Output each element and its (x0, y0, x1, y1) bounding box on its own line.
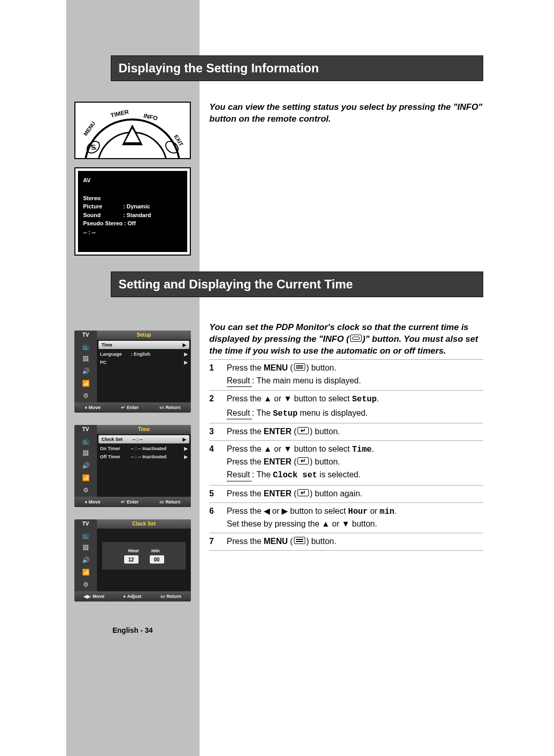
osd-row-arrow: ▶ (183, 446, 188, 451)
step-text: The (256, 409, 273, 417)
step-text: Setup (352, 395, 377, 404)
osd-row: PC▶ (97, 358, 191, 366)
step-text: ( (288, 363, 293, 372)
intro-text-2: You can set the PDP Monitor's clock so t… (209, 322, 483, 357)
osd-icon-picture: 🖼 (80, 354, 91, 363)
osd-icon-channel: 📶 (80, 379, 91, 388)
step-text: Hour (348, 507, 368, 516)
osd-row-arrow: ▶ (181, 437, 186, 442)
remote-timer-label: TIMER (110, 109, 129, 119)
step-text: Press the ◀ or ▶ button to select (227, 507, 348, 515)
clock-hour-label: Hour (128, 548, 139, 553)
info-audio: Stereo (83, 194, 182, 203)
osd-row-arrow: ▶ (183, 352, 188, 357)
remote-illustration: TIMER INFO MENU EXIT (74, 102, 191, 159)
osd-tv-label-2: TV (74, 425, 97, 434)
osd-footer-enter: ↵ Enter (121, 405, 138, 410)
clock-min-value: 00 (150, 555, 164, 564)
step-text: . (372, 444, 374, 453)
step-text: or (368, 507, 380, 515)
step-number: 6 (209, 505, 227, 530)
osd-setup-title: Setup (97, 331, 191, 340)
step-number: 5 (209, 488, 227, 499)
step-text: ENTER (264, 427, 291, 436)
osd-icon-sound: 🔊 (80, 366, 91, 376)
result-label: Result (227, 375, 252, 387)
osd-time-screenshot: TV Time 📺 🖼 🔊 📶 ⚙ Clock Set-- : --▶On Ti… (74, 425, 191, 507)
osd-icon-sound-3: 🔊 (80, 555, 91, 565)
info-sound-v: : Standard (123, 211, 151, 220)
remote-info-label: INFO (143, 112, 159, 121)
step-text: ) button. (310, 457, 340, 466)
step-text: Time (352, 445, 371, 454)
osd-row: Time▶ (98, 341, 189, 349)
osd-row-value: -- : -- (132, 437, 179, 442)
step-text: The (256, 470, 273, 479)
osd-row-value: -- : -- Inactivated (131, 446, 181, 451)
step-body: Press the MENU () button. (227, 535, 483, 547)
section-title-1: Displaying the Setting Information (111, 55, 483, 81)
result-value: The Setup menu is displayed. (256, 409, 368, 417)
osd-footer-move-3: ◀▶ Move (84, 594, 104, 599)
step-text: Press the (227, 457, 264, 466)
result-label: Result (227, 469, 252, 481)
step-text: MENU (264, 537, 288, 546)
osd-setup-screenshot: TV Setup 📺 🖼 🔊 📶 ⚙ Time▶Language: Englis… (74, 331, 191, 413)
step-text: . (377, 394, 379, 403)
step-text: ) button again. (310, 489, 362, 498)
osd-tv-label: TV (74, 331, 97, 340)
step-text: is selected. (317, 470, 360, 479)
clock-min-label: min (151, 548, 160, 553)
enter-icon (298, 489, 309, 496)
step-body: Press the ▲ or ▼ button to select Time.P… (227, 443, 483, 482)
osd-row-value: : English (131, 352, 181, 357)
steps-list: 1Press the MENU () button.Result: The ma… (209, 359, 483, 551)
step-text: menu is displayed. (298, 409, 368, 417)
osd-icon-picture-3: 🖼 (80, 543, 91, 552)
osd-row-key: Off Timer (100, 454, 129, 459)
osd-row-arrow: ▶ (183, 360, 188, 365)
menu-icon (294, 537, 305, 544)
result-value: The Clock set is selected. (256, 470, 361, 479)
osd-row: Off Timer-- : -- Inactivated▶ (97, 453, 191, 461)
osd-icon-picture-2: 🖼 (80, 449, 91, 458)
osd-icon-sound-2: 🔊 (80, 461, 91, 470)
enter-icon (298, 427, 309, 434)
step-text: Set these by pressing the ▲ or ▼ button. (227, 519, 377, 528)
osd-icon-channel-3: 📶 (80, 568, 91, 577)
step-text: ( (291, 457, 296, 466)
osd-footer-move-2: ♦ Move (85, 499, 101, 505)
osd-icon-setup: ⚙ (80, 391, 91, 400)
osd-clockset-screenshot: TV Clock Set 📺 🖼 🔊 📶 ⚙ Hour min 12 (74, 519, 191, 602)
osd-icon-setup-3: ⚙ (80, 580, 91, 589)
page-number: English - 34 (74, 626, 191, 634)
step-text: min (380, 507, 394, 516)
step-number: 7 (209, 535, 227, 547)
info-source: AV (83, 176, 182, 185)
step-number: 4 (209, 443, 227, 482)
osd-clockset-title: Clock Set (97, 519, 191, 529)
osd-row-arrow: ▶ (181, 342, 186, 347)
enter-icon (298, 457, 309, 464)
info-time: -- : -- (83, 228, 182, 237)
step-text: ENTER (264, 489, 291, 498)
step-text: Press the ▲ or ▼ button to select (227, 394, 352, 403)
osd-icon-channel-2: 📶 (80, 473, 91, 482)
info-osd-screenshot: AV Stereo Picture : Dynamic Sound : Stan… (74, 167, 191, 256)
clock-hour-value: 12 (124, 555, 138, 564)
intro-text-1: You can view the setting status you sele… (209, 102, 483, 125)
osd-row-key: Clock Set (102, 437, 130, 442)
step-row: 2Press the ▲ or ▼ button to select Setup… (209, 391, 483, 423)
osd-row-key: PC (100, 360, 129, 365)
info-picture-v: : Dynamic (123, 202, 150, 211)
step-number: 2 (209, 393, 227, 419)
step-row: 4Press the ▲ or ▼ button to select Time.… (209, 441, 483, 486)
step-text: ) button. (306, 537, 337, 546)
info-pseudo: Pseudo Stereo : Off (83, 219, 182, 228)
section-title-1-text: Displaying the Setting Information (118, 61, 319, 75)
osd-row-arrow: ▶ (183, 454, 188, 459)
step-text: Press the (227, 537, 264, 546)
step-row: 5Press the ENTER () button again. (209, 486, 483, 503)
step-body: Press the ◀ or ▶ button to select Hour o… (227, 505, 483, 530)
result-label: Result (227, 407, 252, 419)
